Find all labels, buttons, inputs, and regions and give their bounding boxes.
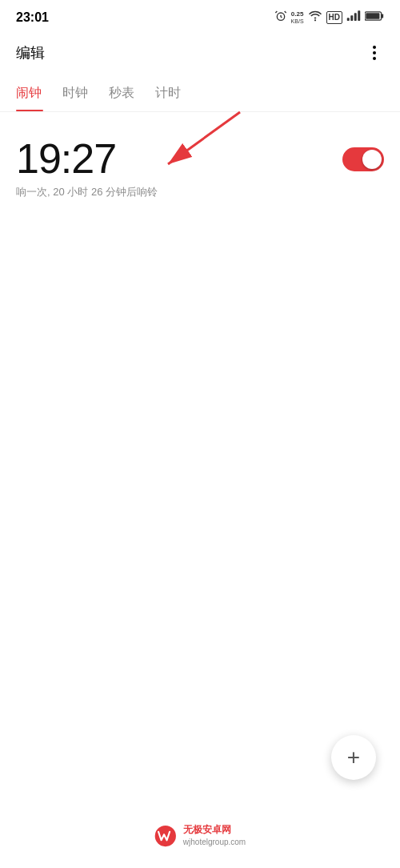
alarm-list: 19:27 响一次, 20 小时 26 分钟后响铃 [0,112,400,207]
app-bar-title[interactable]: 编辑 [16,43,45,62]
more-menu-button[interactable] [365,43,384,62]
alarm-info: 19:27 响一次, 20 小时 26 分钟后响铃 [16,136,158,199]
watermark-url: wjhotelgroup.com [183,837,246,847]
alarm-icon [274,10,287,26]
alarm-item[interactable]: 19:27 响一次, 20 小时 26 分钟后响铃 [16,128,384,207]
tab-clock[interactable]: 时钟 [62,85,101,111]
alarm-toggle[interactable] [342,147,384,171]
svg-rect-4 [354,13,357,21]
svg-rect-7 [382,14,384,18]
watermark-logo-icon [154,825,177,847]
wifi-icon [308,10,322,25]
svg-rect-5 [358,10,360,21]
watermark-name: 无极安卓网 [183,824,246,837]
svg-rect-2 [347,18,350,21]
signal-icon [346,10,361,25]
toggle-knob [362,150,382,169]
alarm-description: 响一次, 20 小时 26 分钟后响铃 [16,185,158,199]
status-time: 23:01 [16,10,49,25]
tab-stopwatch[interactable]: 秒表 [109,85,147,111]
watermark-text: 无极安卓网 wjhotelgroup.com [183,824,246,847]
svg-rect-3 [350,15,353,21]
hd-badge: HD [326,11,342,24]
network-speed: 0.25 KB/S [291,11,304,24]
status-bar: 23:01 0.25 KB/S HD [0,0,400,32]
add-alarm-button[interactable]: + [331,735,376,780]
alarm-time: 19:27 [16,136,158,182]
svg-point-1 [314,19,315,21]
svg-rect-8 [366,13,379,19]
watermark: 无极安卓网 wjhotelgroup.com [145,819,255,852]
app-bar: 编辑 [0,32,400,74]
more-dots-icon [373,46,376,60]
tab-alarm[interactable]: 闹钟 [16,85,54,111]
alarm-toggle-container [342,136,384,171]
tabs-bar: 闹钟 时钟 秒表 计时 [0,74,400,112]
battery-icon [365,10,384,25]
status-icons: 0.25 KB/S HD [274,10,384,26]
tab-timer[interactable]: 计时 [155,85,194,111]
